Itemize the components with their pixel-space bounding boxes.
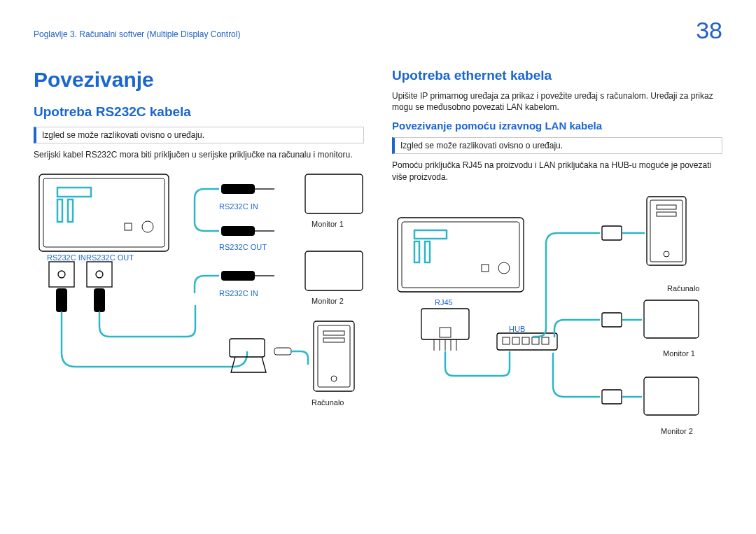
svg-rect-17 xyxy=(221,271,255,281)
svg-rect-31 xyxy=(414,241,419,262)
label-hub: HUB xyxy=(509,325,525,333)
chapter-title: Poglavlje 3. Računalni softver (Multiple… xyxy=(34,29,240,39)
heading-direct-lan: Povezivanje pomoću izravnog LAN kabela xyxy=(392,120,722,132)
diagram-lan: RJ45 HUB Računalo Monitor 1 Monitor 2 xyxy=(392,190,722,442)
svg-rect-24 xyxy=(318,325,350,387)
svg-rect-28 xyxy=(398,218,524,292)
svg-point-50 xyxy=(664,251,669,257)
rs232c-svg xyxy=(34,167,363,419)
svg-rect-54 xyxy=(644,300,699,338)
svg-point-33 xyxy=(498,262,510,274)
svg-rect-3 xyxy=(57,199,62,222)
label-rs232c-in-mid: RS232C IN xyxy=(219,202,258,211)
svg-rect-26 xyxy=(323,331,344,335)
svg-rect-34 xyxy=(482,265,489,272)
svg-rect-53 xyxy=(602,226,622,240)
label-computer-lan: Računalo xyxy=(667,284,699,293)
diagram-rs232c: RS232C IN RS232C OUT RS232C IN Monitor 1… xyxy=(34,167,364,419)
svg-rect-22 xyxy=(274,348,291,355)
svg-rect-6 xyxy=(125,223,132,230)
label-monitor2-lan: Monitor 2 xyxy=(661,427,693,435)
svg-rect-51 xyxy=(657,205,676,209)
label-rs232c-in-portA: RS232C IN xyxy=(47,253,86,262)
svg-point-25 xyxy=(331,376,337,381)
svg-point-10 xyxy=(96,271,103,278)
svg-rect-20 xyxy=(305,251,363,290)
svg-rect-42 xyxy=(497,333,557,350)
svg-rect-9 xyxy=(87,262,112,287)
svg-rect-45 xyxy=(522,337,529,344)
label-monitor2-rs: Monitor 2 xyxy=(312,297,344,305)
label-computer-rs: Računalo xyxy=(312,398,344,407)
lan-svg xyxy=(392,190,721,442)
column-left: Povezivanje Upotreba RS232C kabela Izgle… xyxy=(34,68,364,442)
label-monitor1-lan: Monitor 1 xyxy=(663,349,695,358)
heading-ethernet: Upotreba ethernet kabela xyxy=(392,68,722,83)
svg-rect-11 xyxy=(56,288,67,312)
note-rs232c: Izgled se može razlikovati ovisno o uređ… xyxy=(34,127,364,143)
heading-rs232c: Upotreba RS232C kabela xyxy=(34,104,364,120)
svg-point-5 xyxy=(142,221,153,232)
paragraph-ethernet-intro: Upišite IP primarnog uređaja za prikaz i… xyxy=(392,90,722,113)
svg-point-8 xyxy=(58,271,65,278)
svg-rect-4 xyxy=(68,199,73,222)
svg-rect-23 xyxy=(314,321,354,391)
note-lan: Izgled se može razlikovati ovisno o uređ… xyxy=(392,137,722,154)
svg-rect-36 xyxy=(440,328,451,337)
svg-rect-52 xyxy=(657,212,676,216)
svg-rect-7 xyxy=(49,262,74,287)
svg-rect-13 xyxy=(221,184,255,194)
svg-rect-27 xyxy=(323,338,344,342)
paragraph-rs232c: Serijski kabel RS232C mora biti priključ… xyxy=(34,149,364,160)
svg-rect-57 xyxy=(602,390,622,404)
label-rj45: RJ45 xyxy=(435,298,453,307)
svg-rect-56 xyxy=(644,377,699,415)
paragraph-lan: Pomoću priključka RJ45 na proizvodu i LA… xyxy=(392,160,722,182)
label-rs232c-out-portB: RS232C OUT xyxy=(86,253,134,262)
svg-rect-35 xyxy=(421,309,469,339)
columns: Povezivanje Upotreba RS232C kabela Izgle… xyxy=(34,68,722,442)
svg-rect-55 xyxy=(602,313,622,327)
label-rs232c-in-bot: RS232C IN xyxy=(219,289,258,297)
svg-rect-46 xyxy=(532,337,539,344)
svg-rect-47 xyxy=(542,337,549,344)
svg-rect-32 xyxy=(425,241,430,262)
svg-rect-44 xyxy=(512,337,519,344)
label-rs232c-out-mid: RS232C OUT xyxy=(219,243,267,251)
page-header: Poglavlje 3. Računalni softver (Multiple… xyxy=(34,21,722,44)
heading-povezivanje: Povezivanje xyxy=(34,68,364,92)
svg-rect-43 xyxy=(503,337,510,344)
svg-rect-48 xyxy=(647,197,686,265)
column-right: Upotreba ethernet kabela Upišite IP prim… xyxy=(392,68,722,442)
svg-rect-19 xyxy=(305,174,363,213)
svg-rect-15 xyxy=(221,226,255,236)
svg-rect-0 xyxy=(39,174,169,251)
label-monitor1-rs: Monitor 1 xyxy=(312,220,344,228)
svg-rect-2 xyxy=(57,188,91,197)
svg-rect-12 xyxy=(94,288,105,312)
page-number: 38 xyxy=(696,17,722,44)
svg-rect-30 xyxy=(414,230,447,239)
